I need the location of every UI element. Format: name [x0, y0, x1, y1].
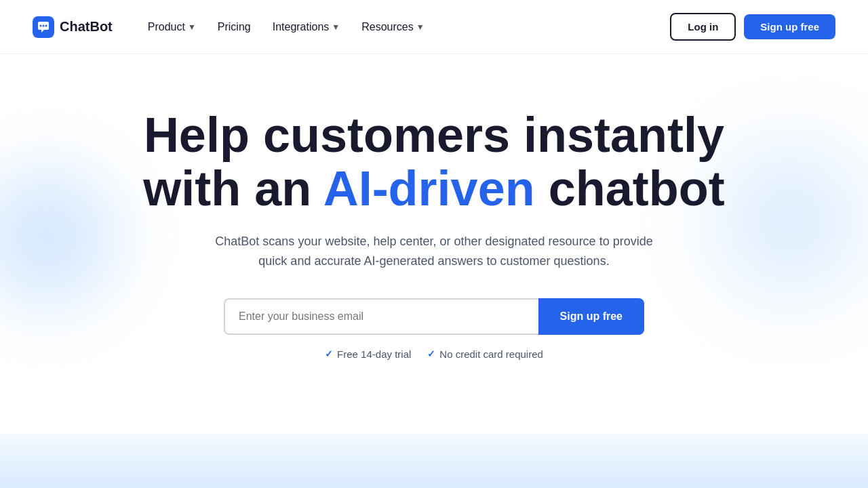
nav-pricing-label: Pricing: [218, 21, 251, 33]
nav-resources-label: Resources: [361, 21, 413, 33]
hero-form: Sign up free: [224, 298, 644, 335]
logo[interactable]: ChatBot: [33, 16, 113, 38]
perk-no-credit-label: No credit card required: [439, 348, 543, 360]
svg-point-3: [45, 24, 47, 26]
nav-links: Product ▼ Pricing Integrations ▼ Resourc…: [140, 16, 433, 39]
nav-product-label: Product: [148, 21, 185, 33]
hero-title: Help customers instantly with an AI-driv…: [143, 108, 724, 216]
integrations-chevron-icon: ▼: [332, 22, 340, 32]
nav-item-integrations[interactable]: Integrations ▼: [264, 16, 349, 39]
nav-integrations-label: Integrations: [273, 21, 330, 33]
bottom-section: [0, 434, 868, 488]
signup-hero-button[interactable]: Sign up free: [538, 298, 644, 335]
hero-title-part3: chatbot: [535, 161, 725, 216]
logo-text: ChatBot: [60, 19, 113, 35]
login-button[interactable]: Log in: [670, 13, 736, 41]
hero-section: Help customers instantly with an AI-driv…: [0, 54, 868, 387]
svg-point-1: [40, 24, 42, 26]
hero-title-part2: with an: [143, 161, 323, 216]
product-chevron-icon: ▼: [188, 22, 196, 32]
check-credit-icon: ✓: [427, 348, 435, 359]
email-input[interactable]: [224, 298, 538, 335]
nav-item-resources[interactable]: Resources ▼: [353, 16, 432, 39]
hero-title-part1: Help customers instantly: [144, 108, 724, 162]
signup-nav-button[interactable]: Sign up free: [744, 14, 835, 39]
svg-point-2: [43, 24, 45, 26]
hero-subtitle: ChatBot scans your website, help center,…: [203, 232, 665, 271]
perk-no-credit: ✓ No credit card required: [427, 348, 543, 360]
navbar: ChatBot Product ▼ Pricing Integrations ▼…: [0, 0, 868, 54]
chatbot-logo-icon: [33, 16, 54, 38]
nav-right: Log in Sign up free: [670, 13, 835, 41]
check-trial-icon: ✓: [325, 348, 333, 359]
resources-chevron-icon: ▼: [416, 22, 425, 32]
nav-left: ChatBot Product ▼ Pricing Integrations ▼…: [33, 16, 433, 39]
nav-item-pricing[interactable]: Pricing: [210, 16, 259, 39]
hero-perks: ✓ Free 14-day trial ✓ No credit card req…: [325, 348, 543, 360]
nav-item-product[interactable]: Product ▼: [140, 16, 204, 39]
perk-trial-label: Free 14-day trial: [337, 348, 411, 360]
perk-trial: ✓ Free 14-day trial: [325, 348, 411, 360]
hero-title-highlight: AI-driven: [323, 161, 535, 216]
